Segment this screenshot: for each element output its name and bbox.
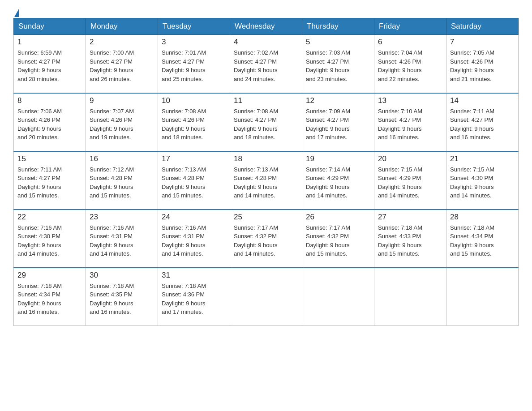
day-info: Sunrise: 6:59 AM Sunset: 4:27 PM Dayligh…	[17, 48, 82, 83]
calendar-cell: 28 Sunrise: 7:18 AM Sunset: 4:34 PM Dayl…	[446, 210, 519, 268]
day-number: 1	[17, 38, 82, 47]
day-number: 13	[378, 96, 442, 105]
day-info: Sunrise: 7:18 AM Sunset: 4:34 PM Dayligh…	[17, 282, 82, 317]
calendar-cell: 20 Sunrise: 7:15 AM Sunset: 4:29 PM Dayl…	[374, 151, 446, 210]
day-info: Sunrise: 7:15 AM Sunset: 4:30 PM Dayligh…	[450, 165, 515, 200]
day-number: 17	[162, 154, 226, 163]
day-number: 18	[234, 154, 298, 163]
calendar-cell: 3 Sunrise: 7:01 AM Sunset: 4:27 PM Dayli…	[158, 35, 230, 93]
day-info: Sunrise: 7:00 AM Sunset: 4:27 PM Dayligh…	[90, 48, 154, 83]
day-info: Sunrise: 7:02 AM Sunset: 4:27 PM Dayligh…	[234, 48, 298, 83]
day-info: Sunrise: 7:15 AM Sunset: 4:29 PM Dayligh…	[378, 165, 442, 200]
day-info: Sunrise: 7:14 AM Sunset: 4:29 PM Dayligh…	[306, 165, 370, 200]
day-info: Sunrise: 7:08 AM Sunset: 4:27 PM Dayligh…	[234, 107, 298, 142]
day-number: 5	[306, 38, 370, 47]
day-number: 4	[234, 38, 298, 47]
day-info: Sunrise: 7:16 AM Sunset: 4:31 PM Dayligh…	[90, 223, 154, 258]
calendar-week-1: 1 Sunrise: 6:59 AM Sunset: 4:27 PM Dayli…	[14, 35, 519, 93]
calendar-cell: 1 Sunrise: 6:59 AM Sunset: 4:27 PM Dayli…	[14, 35, 86, 93]
calendar-header-row: SundayMondayTuesdayWednesdayThursdayFrid…	[14, 18, 519, 35]
day-number: 9	[90, 96, 154, 105]
day-number: 20	[378, 154, 442, 163]
day-number: 16	[90, 154, 154, 163]
calendar-cell: 24 Sunrise: 7:16 AM Sunset: 4:31 PM Dayl…	[158, 210, 230, 268]
calendar-header-wednesday: Wednesday	[230, 18, 302, 35]
day-info: Sunrise: 7:18 AM Sunset: 4:36 PM Dayligh…	[162, 282, 226, 317]
day-info: Sunrise: 7:05 AM Sunset: 4:26 PM Dayligh…	[450, 48, 515, 83]
calendar-cell	[446, 268, 519, 326]
day-number: 19	[306, 154, 370, 163]
calendar-header-thursday: Thursday	[302, 18, 374, 35]
calendar-header-monday: Monday	[86, 18, 158, 35]
day-info: Sunrise: 7:06 AM Sunset: 4:26 PM Dayligh…	[17, 107, 82, 142]
day-number: 12	[306, 96, 370, 105]
day-number: 7	[450, 38, 515, 47]
day-number: 22	[17, 213, 82, 222]
calendar-cell: 31 Sunrise: 7:18 AM Sunset: 4:36 PM Dayl…	[158, 268, 230, 326]
day-number: 6	[378, 38, 442, 47]
day-info: Sunrise: 7:18 AM Sunset: 4:33 PM Dayligh…	[378, 223, 442, 258]
day-info: Sunrise: 7:17 AM Sunset: 4:32 PM Dayligh…	[234, 223, 298, 258]
day-info: Sunrise: 7:13 AM Sunset: 4:28 PM Dayligh…	[162, 165, 226, 200]
day-info: Sunrise: 7:16 AM Sunset: 4:31 PM Dayligh…	[162, 223, 226, 258]
day-number: 31	[162, 271, 226, 280]
calendar-cell: 30 Sunrise: 7:18 AM Sunset: 4:35 PM Dayl…	[86, 268, 158, 326]
day-number: 2	[90, 38, 154, 47]
calendar-cell: 4 Sunrise: 7:02 AM Sunset: 4:27 PM Dayli…	[230, 35, 302, 93]
calendar-cell: 27 Sunrise: 7:18 AM Sunset: 4:33 PM Dayl…	[374, 210, 446, 268]
day-info: Sunrise: 7:17 AM Sunset: 4:32 PM Dayligh…	[306, 223, 370, 258]
day-info: Sunrise: 7:12 AM Sunset: 4:28 PM Dayligh…	[90, 165, 154, 200]
day-info: Sunrise: 7:04 AM Sunset: 4:26 PM Dayligh…	[378, 48, 442, 83]
day-info: Sunrise: 7:18 AM Sunset: 4:35 PM Dayligh…	[90, 282, 154, 317]
day-info: Sunrise: 7:11 AM Sunset: 4:27 PM Dayligh…	[17, 165, 82, 200]
calendar-table: SundayMondayTuesdayWednesdayThursdayFrid…	[13, 18, 519, 326]
calendar-cell: 10 Sunrise: 7:08 AM Sunset: 4:26 PM Dayl…	[158, 93, 230, 151]
day-number: 23	[90, 213, 154, 222]
calendar-cell: 6 Sunrise: 7:04 AM Sunset: 4:26 PM Dayli…	[374, 35, 446, 93]
calendar-cell: 9 Sunrise: 7:07 AM Sunset: 4:26 PM Dayli…	[86, 93, 158, 151]
calendar-cell: 5 Sunrise: 7:03 AM Sunset: 4:27 PM Dayli…	[302, 35, 374, 93]
day-info: Sunrise: 7:10 AM Sunset: 4:27 PM Dayligh…	[378, 107, 442, 142]
day-number: 11	[234, 96, 298, 105]
calendar-cell: 12 Sunrise: 7:09 AM Sunset: 4:27 PM Dayl…	[302, 93, 374, 151]
calendar-header-friday: Friday	[374, 18, 446, 35]
calendar-cell: 21 Sunrise: 7:15 AM Sunset: 4:30 PM Dayl…	[446, 151, 519, 210]
day-number: 30	[90, 271, 154, 280]
calendar-cell: 13 Sunrise: 7:10 AM Sunset: 4:27 PM Dayl…	[374, 93, 446, 151]
calendar-cell: 23 Sunrise: 7:16 AM Sunset: 4:31 PM Dayl…	[86, 210, 158, 268]
calendar-cell: 18 Sunrise: 7:13 AM Sunset: 4:28 PM Dayl…	[230, 151, 302, 210]
calendar-cell	[302, 268, 374, 326]
day-number: 3	[162, 38, 226, 47]
day-number: 25	[234, 213, 298, 222]
calendar-cell: 7 Sunrise: 7:05 AM Sunset: 4:26 PM Dayli…	[446, 35, 519, 93]
day-number: 15	[17, 154, 82, 163]
day-number: 29	[17, 271, 82, 280]
calendar-week-5: 29 Sunrise: 7:18 AM Sunset: 4:34 PM Dayl…	[14, 268, 519, 326]
day-number: 24	[162, 213, 226, 222]
calendar-cell: 15 Sunrise: 7:11 AM Sunset: 4:27 PM Dayl…	[14, 151, 86, 210]
logo-triangle-icon	[14, 9, 19, 17]
day-number: 26	[306, 213, 370, 222]
day-number: 14	[450, 96, 515, 105]
calendar-header-tuesday: Tuesday	[158, 18, 230, 35]
calendar-week-2: 8 Sunrise: 7:06 AM Sunset: 4:26 PM Dayli…	[14, 93, 519, 151]
calendar-cell: 17 Sunrise: 7:13 AM Sunset: 4:28 PM Dayl…	[158, 151, 230, 210]
day-info: Sunrise: 7:13 AM Sunset: 4:28 PM Dayligh…	[234, 165, 298, 200]
page-header	[13, 9, 519, 13]
day-number: 10	[162, 96, 226, 105]
calendar-header-saturday: Saturday	[446, 18, 519, 35]
calendar-cell: 11 Sunrise: 7:08 AM Sunset: 4:27 PM Dayl…	[230, 93, 302, 151]
calendar-cell: 19 Sunrise: 7:14 AM Sunset: 4:29 PM Dayl…	[302, 151, 374, 210]
calendar-cell: 2 Sunrise: 7:00 AM Sunset: 4:27 PM Dayli…	[86, 35, 158, 93]
calendar-cell: 14 Sunrise: 7:11 AM Sunset: 4:27 PM Dayl…	[446, 93, 519, 151]
calendar-cell: 26 Sunrise: 7:17 AM Sunset: 4:32 PM Dayl…	[302, 210, 374, 268]
day-info: Sunrise: 7:07 AM Sunset: 4:26 PM Dayligh…	[90, 107, 154, 142]
day-number: 8	[17, 96, 82, 105]
calendar-cell: 16 Sunrise: 7:12 AM Sunset: 4:28 PM Dayl…	[86, 151, 158, 210]
day-info: Sunrise: 7:01 AM Sunset: 4:27 PM Dayligh…	[162, 48, 226, 83]
day-info: Sunrise: 7:18 AM Sunset: 4:34 PM Dayligh…	[450, 223, 515, 258]
day-info: Sunrise: 7:09 AM Sunset: 4:27 PM Dayligh…	[306, 107, 370, 142]
day-number: 28	[450, 213, 515, 222]
calendar-header-sunday: Sunday	[14, 18, 86, 35]
calendar-cell: 22 Sunrise: 7:16 AM Sunset: 4:30 PM Dayl…	[14, 210, 86, 268]
